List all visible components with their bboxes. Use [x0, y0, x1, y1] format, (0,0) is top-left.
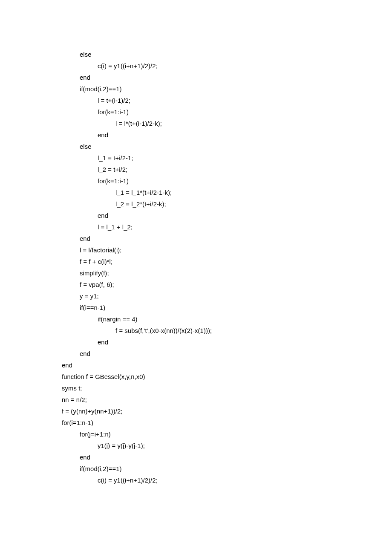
code-line: function f = GBessel(x,y,n,x0)	[62, 371, 392, 383]
code-line: end	[62, 130, 392, 141]
code-line: for(i=1:n-1)	[62, 417, 392, 429]
code-line: end	[62, 337, 392, 348]
code-block: elsec(i) = y1((i+n+1)/2)/2;endif(mod(i,2…	[62, 49, 392, 486]
code-line: end	[62, 360, 392, 371]
code-line: f = subs(f,'t',(x0-x(nn))/(x(2)-x(1)));	[62, 325, 392, 337]
code-line: l = l_1 + l_2;	[62, 222, 392, 233]
code-line: l_1 = t+i/2-1;	[62, 153, 392, 164]
code-line: l = l*(t+(i-1)/2-k);	[62, 118, 392, 130]
code-line: f = vpa(f, 6);	[62, 279, 392, 291]
code-line: else	[62, 141, 392, 153]
code-line: y = y1;	[62, 291, 392, 302]
code-line: end	[62, 233, 392, 245]
code-line: l = l/factorial(i);	[62, 245, 392, 256]
code-line: if(mod(i,2)==1)	[62, 84, 392, 95]
code-line: if(nargin == 4)	[62, 314, 392, 325]
code-line: for(k=1:i-1)	[62, 107, 392, 118]
code-line: l_2 = l_2*(t+i/2-k);	[62, 199, 392, 210]
code-line: f = f + c(i)*l;	[62, 256, 392, 268]
code-line: c(i) = y1((i+n+1)/2)/2;	[62, 475, 392, 486]
code-line: if(mod(i,2)==1)	[62, 463, 392, 475]
code-line: syms t;	[62, 383, 392, 394]
code-line: l_2 = t+i/2;	[62, 164, 392, 176]
code-line: f = (y(nn)+y(nn+1))/2;	[62, 406, 392, 417]
code-line: else	[62, 49, 392, 61]
code-line: end	[62, 348, 392, 360]
code-line: y1(j) = y(j)-y(j-1);	[62, 440, 392, 452]
code-line: end	[62, 72, 392, 84]
code-line: simplify(f);	[62, 268, 392, 279]
code-line: l_1 = l_1*(t+i/2-1-k);	[62, 187, 392, 199]
code-line: end	[62, 210, 392, 222]
code-line: for(k=1:i-1)	[62, 176, 392, 187]
code-line: for(j=i+1:n)	[62, 429, 392, 440]
code-line: l = t+(i-1)/2;	[62, 95, 392, 107]
code-line: end	[62, 452, 392, 463]
code-line: if(i==n-1)	[62, 302, 392, 314]
code-line: c(i) = y1((i+n+1)/2)/2;	[62, 61, 392, 72]
code-line: nn = n/2;	[62, 394, 392, 406]
document-page: elsec(i) = y1((i+n+1)/2)/2;endif(mod(i,2…	[0, 0, 392, 555]
